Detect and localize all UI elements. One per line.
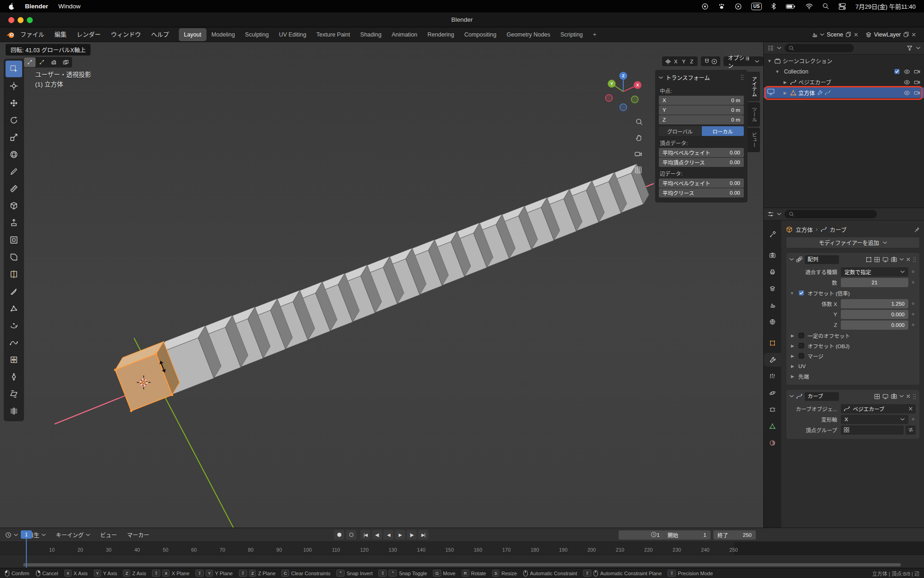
properties-tab-object-data[interactable] — [764, 419, 781, 433]
tool-rip-region[interactable] — [6, 403, 22, 419]
properties-tab-constraints[interactable] — [764, 403, 781, 417]
tool-knife[interactable] — [6, 283, 22, 300]
checkbox-icon[interactable] — [798, 353, 804, 359]
orientation-ローカル[interactable]: ローカル — [702, 126, 744, 136]
input-source-badge[interactable]: US — [751, 3, 762, 10]
tool-spin[interactable] — [6, 317, 22, 334]
tool-measure[interactable] — [6, 180, 22, 197]
topbar-menu-レンダー[interactable]: レンダー — [72, 27, 106, 42]
horizontal-scrollbar[interactable] — [23, 563, 901, 566]
factor-field-0[interactable]: 1.250 — [841, 299, 908, 308]
on-cage-toggle-icon[interactable] — [866, 257, 872, 263]
section-マージ[interactable]: ▶マージ — [786, 351, 919, 361]
vertex-field-0[interactable]: 平均ベベルウェイト0.00 — [659, 148, 744, 157]
camera-icon[interactable] — [914, 90, 920, 96]
median-z-field[interactable]: Z0 m — [659, 115, 744, 124]
animate-dot[interactable] — [910, 302, 916, 305]
workspace-tab-layout[interactable]: Layout — [179, 28, 207, 41]
viewlayer-selector[interactable]: ViewLayer — [863, 31, 918, 39]
section-一定のオフセット[interactable]: ▶一定のオフセット — [786, 331, 919, 340]
edge-field-1[interactable]: 平均クリース0.00 — [659, 188, 744, 197]
camera-icon[interactable] — [914, 68, 920, 75]
pan-button[interactable] — [632, 131, 645, 144]
timeline-ruler[interactable]: 1020304050607080901001101201301401501601… — [0, 542, 924, 555]
workspace-tab-scripting[interactable]: Scripting — [555, 28, 588, 41]
workspace-tab-animation[interactable]: Animation — [387, 28, 423, 41]
scene-selector[interactable]: Scene — [809, 31, 860, 39]
tool-cursor[interactable] — [6, 78, 22, 94]
timeline-menu-マーカー[interactable]: マーカー — [122, 531, 154, 539]
offset-checkbox[interactable] — [798, 290, 804, 296]
collapse-icon[interactable] — [659, 76, 663, 79]
wrench-icon[interactable] — [817, 90, 823, 96]
tool-rotate[interactable] — [6, 112, 22, 129]
grip-icon[interactable] — [741, 74, 744, 80]
zoom-button-viewport[interactable] — [632, 115, 645, 128]
realtime-toggle-icon[interactable] — [882, 257, 888, 263]
prev-keyframe-button[interactable]: ◀| — [372, 530, 382, 540]
sidebar-tab-アイテム[interactable]: アイテム — [748, 72, 760, 101]
eye-icon[interactable] — [904, 90, 910, 96]
navigation-gizmo[interactable]: ZXY — [603, 72, 643, 111]
curve-object-field[interactable]: ベジエカーブ — [841, 404, 916, 413]
tool-select-box[interactable] — [6, 61, 22, 77]
play-button[interactable]: ▶ — [395, 530, 405, 540]
current-frame-field[interactable]: 1 — [619, 530, 664, 540]
tool-shear[interactable] — [6, 386, 22, 402]
workspace-tab-compositing[interactable]: Compositing — [459, 28, 501, 41]
deform-axis-dropdown[interactable]: X — [841, 415, 908, 424]
checkbox-icon[interactable] — [798, 332, 804, 338]
unlink-scene-icon[interactable] — [854, 32, 858, 37]
play-badge-icon[interactable] — [735, 3, 742, 10]
tool-bevel[interactable] — [6, 249, 22, 265]
sidebar-tab-ツール[interactable]: ツール — [748, 102, 760, 127]
select-mode-edge[interactable] — [36, 57, 48, 67]
properties-tab-object[interactable] — [764, 336, 781, 350]
jump-end-button[interactable]: ▶| — [418, 530, 428, 540]
control-center-icon[interactable] — [839, 3, 846, 10]
outliner-search[interactable] — [784, 44, 854, 52]
animate-dot[interactable] — [910, 418, 916, 420]
section-オフセット (OBJ)[interactable]: ▶オフセット (OBJ) — [786, 341, 919, 350]
workspace-tab-sculpting[interactable]: Sculpting — [240, 28, 274, 41]
properties-search[interactable] — [784, 210, 877, 218]
disclosure-icon[interactable]: ▼ — [774, 69, 780, 74]
tool-extrude-region[interactable] — [6, 215, 22, 231]
delete-modifier-icon[interactable] — [906, 257, 911, 262]
topbar-menu-ウィンドウ[interactable]: ウィンドウ — [106, 27, 146, 42]
mirror-x-button[interactable]: X — [672, 59, 679, 64]
tool-transform[interactable] — [6, 146, 22, 163]
topbar-menu-ヘルプ[interactable]: ヘルプ — [146, 27, 174, 42]
disclosure-icon[interactable]: ▶ — [782, 91, 788, 95]
new-viewlayer-icon[interactable] — [903, 31, 909, 37]
outliner-row-立方体[interactable]: ▶立方体 — [764, 87, 924, 98]
modifier-name-field[interactable]: 配列 — [805, 255, 839, 264]
collapse-icon[interactable] — [790, 395, 794, 398]
section-UV[interactable]: ▶UV — [786, 361, 919, 371]
properties-tab-tool[interactable] — [764, 227, 781, 241]
edge-field-0[interactable]: 平均ベベルウェイト0.00 — [659, 178, 744, 188]
menu-app-window[interactable]: Window — [58, 3, 80, 10]
fit-type-dropdown[interactable]: 定数で指定 — [841, 267, 908, 277]
mirror-z-button[interactable]: Z — [688, 59, 695, 64]
workspace-tab-shading[interactable]: Shading — [355, 28, 387, 41]
wifi-icon[interactable] — [805, 3, 813, 9]
properties-editor-icon[interactable] — [767, 211, 774, 217]
workspace-tab-geometry-nodes[interactable]: Geometry Nodes — [501, 28, 555, 41]
render-toggle-icon[interactable] — [891, 393, 897, 400]
play-reverse-button[interactable]: ◀ — [383, 530, 394, 540]
paw-icon[interactable] — [718, 3, 725, 10]
section-先端[interactable]: ▶先端 — [786, 371, 919, 381]
pin-icon[interactable] — [914, 227, 920, 233]
battery-icon[interactable] — [785, 4, 796, 9]
eye-icon[interactable] — [904, 79, 910, 86]
properties-tab-modifiers[interactable] — [764, 353, 781, 367]
tool-move[interactable] — [6, 95, 22, 111]
ortho-toggle-button[interactable] — [632, 163, 644, 176]
render-toggle-icon[interactable] — [891, 256, 897, 263]
properties-tab-physics[interactable] — [764, 386, 781, 400]
apple-icon[interactable] — [8, 3, 15, 10]
workspace-tab-modeling[interactable]: Modeling — [207, 28, 240, 41]
outliner-editor-icon[interactable] — [767, 45, 774, 51]
timeline-tracks[interactable] — [0, 555, 924, 568]
